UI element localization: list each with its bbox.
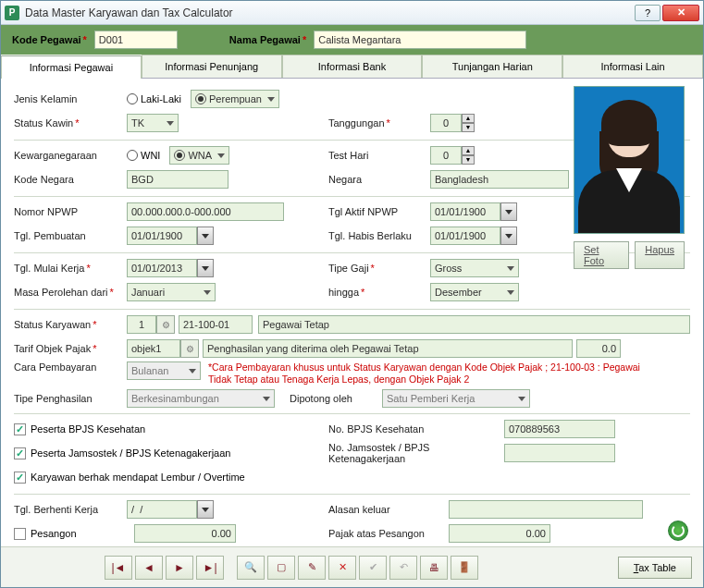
- pencil-icon: ✎: [308, 561, 316, 573]
- tipe-penghasilan-select[interactable]: Berkesinambungan: [127, 389, 275, 408]
- masa-dari-select[interactable]: Januari: [127, 283, 216, 301]
- tgl-pembuatan-date[interactable]: [127, 227, 214, 245]
- no-bpjs-kes-input[interactable]: [504, 420, 615, 438]
- dipotong-oleh-label: Dipotong oleh: [290, 393, 382, 404]
- alasan-keluar-input[interactable]: [449, 500, 643, 519]
- kode-pegawai-label: Kode Pegawai*: [12, 34, 87, 45]
- status-lookup-button[interactable]: ⚙: [156, 315, 175, 334]
- negara-input[interactable]: [430, 170, 569, 189]
- tgl-berhenti-date[interactable]: [127, 500, 214, 519]
- nama-pegawai-input[interactable]: [314, 31, 526, 49]
- employee-photo: [574, 86, 685, 234]
- print-button[interactable]: 🖶: [420, 556, 448, 580]
- tgl-habis-date[interactable]: [430, 227, 517, 245]
- edit-button[interactable]: ✎: [298, 556, 326, 580]
- tarif-desc-input: [203, 339, 573, 358]
- nav-prev-button[interactable]: ◄: [135, 556, 163, 580]
- radio-wna[interactable]: WNA: [169, 146, 229, 165]
- no-bpjs-kes-label: No. BPJS Kesehatan: [328, 423, 504, 435]
- tab-tunjangan-harian[interactable]: Tunjangan Harian: [422, 55, 562, 78]
- window-title: Data Master Karyawan dan Tax Calculator: [25, 6, 633, 19]
- printer-icon: 🖶: [429, 562, 439, 573]
- pesangon-input[interactable]: [134, 524, 236, 543]
- tgl-aktif-npwp-label: Tgl Aktif NPWP: [328, 206, 430, 217]
- tanggungan-label: Tanggungan*: [328, 117, 430, 129]
- radio-wni[interactable]: WNI: [127, 150, 160, 161]
- cara-pembayaran-label: Cara Pembayaran: [14, 361, 127, 373]
- status-karyawan-label: Status Karyawan*: [14, 319, 127, 330]
- no-jamsostek-input[interactable]: [504, 444, 615, 462]
- page-icon: ▢: [277, 561, 286, 573]
- app-window: P Data Master Karyawan dan Tax Calculato…: [0, 0, 704, 588]
- tarif-lookup-button[interactable]: ⚙: [180, 339, 199, 358]
- tgl-habis-label: Tgl. Habis Berlaku: [328, 230, 430, 241]
- alasan-keluar-label: Alasan keluar: [328, 504, 449, 515]
- dipotong-oleh-select[interactable]: Satu Pemberi Kerja: [382, 389, 530, 408]
- tarif-rate-input: [576, 339, 621, 358]
- close-button[interactable]: ✕: [662, 5, 699, 21]
- nav-last-button[interactable]: ►|: [196, 556, 224, 580]
- hapus-foto-button[interactable]: Hapus: [635, 241, 685, 269]
- save-button[interactable]: ✔: [359, 556, 387, 580]
- save-icon: ✔: [369, 561, 377, 573]
- kode-pegawai-input[interactable]: [94, 31, 178, 49]
- refresh-button[interactable]: [668, 521, 688, 541]
- tax-table-button[interactable]: TTax Tableax Table: [618, 557, 692, 579]
- tipe-gaji-label: Tipe Gaji*: [328, 263, 430, 274]
- test-hari-stepper[interactable]: ▲▼: [430, 146, 475, 165]
- tgl-mulai-kerja-date[interactable]: [127, 259, 214, 277]
- nav-next-button[interactable]: ►: [166, 556, 193, 580]
- new-button[interactable]: ▢: [267, 556, 295, 580]
- chk-pesangon[interactable]: Pesangon: [14, 528, 127, 540]
- form-body: Set Foto Hapus Jenis Kelamin Laki-Laki P…: [1, 79, 703, 546]
- search-button[interactable]: 🔍: [237, 556, 265, 580]
- cara-pembayaran-warning: *Cara Pembayaran khusus untuk Status Kar…: [208, 361, 652, 386]
- negara-label: Negara: [328, 174, 430, 185]
- status-kawin-select[interactable]: TK: [127, 114, 179, 132]
- masa-perolehan-label: Masa Perolehan dari*: [14, 287, 127, 298]
- chk-jamsostek[interactable]: ✓Peserta Jamsostek / BPJS Ketenagakerjaa…: [14, 447, 230, 459]
- kode-negara-input[interactable]: [127, 170, 228, 189]
- radio-laki[interactable]: Laki-Laki: [127, 93, 181, 104]
- pajak-pesangon-input[interactable]: [449, 524, 550, 543]
- cancel-button[interactable]: ↶: [389, 556, 417, 580]
- delete-icon: ✕: [339, 561, 347, 573]
- tab-informasi-lain[interactable]: Informasi Lain: [562, 55, 703, 78]
- cara-pembayaran-select[interactable]: Bulanan: [127, 361, 201, 380]
- set-foto-button[interactable]: Set Foto: [574, 241, 629, 269]
- tab-informasi-bank[interactable]: Informasi Bank: [282, 55, 423, 78]
- app-icon: P: [5, 6, 19, 20]
- tgl-berhenti-label: Tgl. Berhenti Kerja: [14, 504, 127, 515]
- kewarganegaraan-label: Kewarganegaraan: [14, 150, 127, 161]
- tarif-kode-input[interactable]: [127, 339, 180, 358]
- status-kode-input[interactable]: [127, 315, 156, 334]
- tab-informasi-pegawai[interactable]: Informasi Pegawai: [1, 55, 142, 79]
- delete-button[interactable]: ✕: [328, 556, 356, 580]
- tab-informasi-penunjang[interactable]: Informasi Penunjang: [142, 55, 282, 78]
- pajak-pesangon-label: Pajak atas Pesangon: [328, 528, 449, 539]
- radio-perempuan[interactable]: Perempuan: [191, 90, 279, 108]
- status-kawin-label: Status Kawin*: [14, 117, 127, 129]
- nav-first-button[interactable]: |◄: [105, 556, 132, 580]
- chk-bpjs-kesehatan[interactable]: ✓Peserta BPJS Kesehatan: [14, 423, 145, 435]
- undo-icon: ↶: [400, 561, 408, 573]
- status-desc-input: [258, 315, 690, 334]
- kode-negara-label: Kode Negara: [14, 174, 127, 185]
- test-hari-label: Test Hari: [328, 150, 430, 161]
- tipe-gaji-select[interactable]: Gross: [430, 259, 519, 277]
- tanggungan-stepper[interactable]: ▲▼: [430, 114, 475, 132]
- door-icon: 🚪: [458, 561, 471, 573]
- binoculars-icon: 🔍: [244, 561, 257, 573]
- chk-lembur[interactable]: ✓Karyawan berhak mendapat Lembur / Overt…: [14, 472, 245, 484]
- npwp-input[interactable]: [127, 202, 284, 221]
- tarif-objek-label: Tarif Objek Pajak*: [14, 343, 127, 354]
- header-bar: Kode Pegawai* Nama Pegawai*: [1, 25, 703, 55]
- hingga-label: hingga*: [328, 287, 430, 298]
- tgl-mulai-kerja-label: Tgl. Mulai Kerja*: [14, 263, 127, 274]
- help-button[interactable]: ?: [635, 5, 661, 21]
- tgl-aktif-npwp-date[interactable]: [430, 202, 517, 221]
- masa-hingga-select[interactable]: Desember: [430, 283, 519, 301]
- exit-button[interactable]: 🚪: [451, 556, 478, 580]
- footer-toolbar: |◄ ◄ ► ►| 🔍 ▢ ✎ ✕ ✔ ↶ 🖶 🚪 TTax Tableax T…: [1, 546, 703, 587]
- status-objek-input: [179, 315, 253, 334]
